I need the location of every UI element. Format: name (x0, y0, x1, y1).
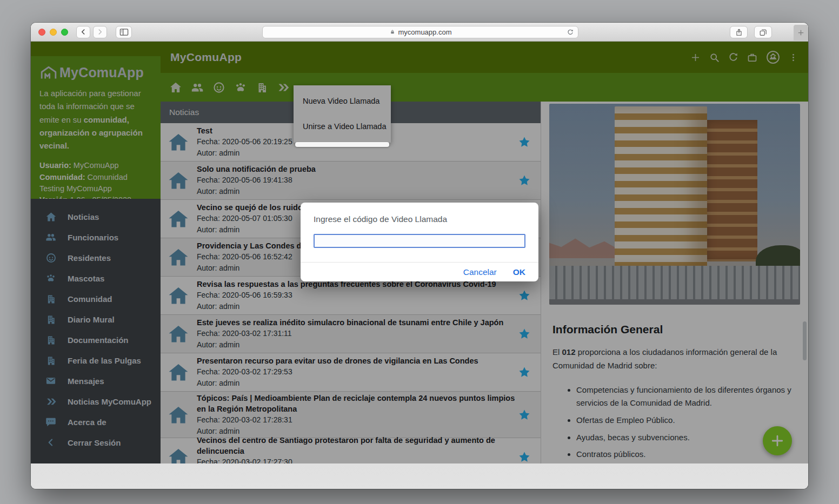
mycomuapp-page: MyComuApp (31, 42, 808, 463)
browser-window: mycomuapp.com (31, 23, 808, 489)
ok-button[interactable]: OK (513, 267, 525, 277)
dialog-prompt-label: Ingrese el código de Video Llamada (314, 214, 525, 224)
browser-sidebar-toggle-button[interactable] (116, 26, 132, 38)
lock-icon (389, 29, 396, 36)
browser-back-button[interactable] (76, 26, 90, 38)
browser-tabs-button[interactable] (754, 26, 772, 38)
tabs-overview-icon (759, 29, 767, 36)
video-call-code-dialog: Ingrese el código de Video Llamada Cance… (301, 203, 538, 281)
browser-share-button[interactable] (730, 26, 748, 38)
share-icon (735, 28, 743, 37)
dialog-footer: Cancelar OK (301, 262, 538, 281)
address-bar[interactable]: mycomuapp.com (262, 26, 578, 38)
window-controls (38, 29, 68, 36)
cancel-button[interactable]: Cancelar (463, 267, 497, 277)
sidebar-toggle-icon (119, 28, 129, 36)
desktop: mycomuapp.com (0, 0, 839, 504)
address-url: mycomuapp.com (398, 28, 452, 36)
browser-forward-button[interactable] (93, 26, 107, 38)
browser-new-tab-button[interactable] (794, 25, 808, 41)
plus-icon (797, 29, 805, 37)
page-viewport: MyComuApp (31, 42, 808, 489)
reload-icon[interactable] (567, 29, 574, 36)
chevron-right-icon (96, 28, 104, 36)
zoom-window-button[interactable] (61, 29, 68, 36)
video-call-code-input[interactable] (314, 234, 525, 248)
dropdown-bottom-strip (295, 142, 389, 147)
browser-titlebar: mycomuapp.com (31, 23, 808, 42)
chevron-left-icon (79, 28, 87, 36)
close-window-button[interactable] (38, 29, 45, 36)
minimize-window-button[interactable] (50, 29, 57, 36)
